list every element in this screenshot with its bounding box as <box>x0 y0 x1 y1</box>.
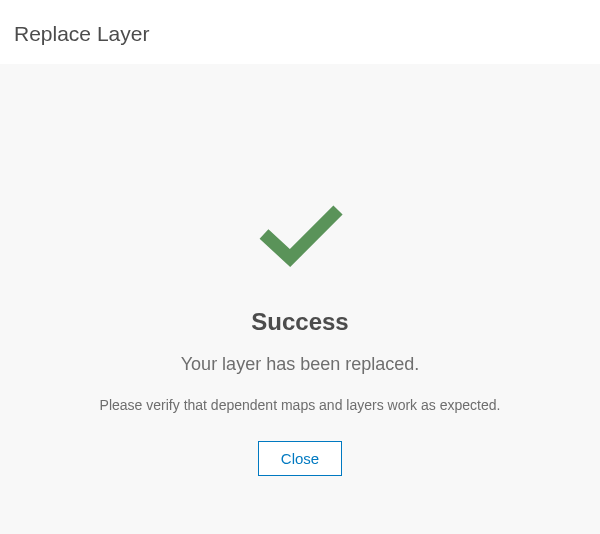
success-panel: Success Your layer has been replaced. Pl… <box>0 64 600 534</box>
verify-message: Please verify that dependent maps and la… <box>100 397 501 413</box>
checkmark-icon <box>250 194 350 274</box>
success-message: Your layer has been replaced. <box>181 354 420 375</box>
close-button[interactable]: Close <box>258 441 342 476</box>
success-heading: Success <box>251 308 348 336</box>
dialog-title: Replace Layer <box>0 0 600 64</box>
